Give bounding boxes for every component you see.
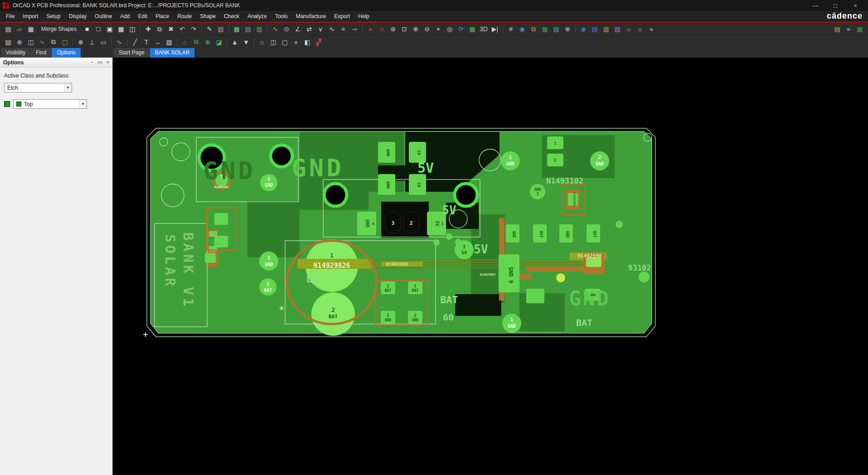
shape-copy-icon[interactable]: ⧉ — [191, 37, 202, 48]
measure-ruler-icon[interactable]: ▭ — [98, 37, 109, 48]
cross-section-icon[interactable]: ▦ — [231, 24, 242, 34]
canvas-3d-icon[interactable]: ▦ — [539, 24, 550, 34]
waveform-view-icon[interactable]: ∿ — [37, 37, 48, 48]
padstack-editor-icon[interactable]: # — [505, 24, 516, 34]
menu-export[interactable]: Export — [330, 12, 354, 21]
help-pane-icon[interactable]: ▤ — [832, 24, 843, 34]
zoom-previous-icon[interactable]: ◎ — [444, 24, 455, 34]
signal-probe-icon[interactable]: ∿ — [114, 37, 125, 48]
menu-import[interactable]: Import — [19, 12, 42, 21]
shape-polygon-icon[interactable]: ⌂ — [179, 37, 190, 48]
shape-half-icon[interactable]: ◧ — [302, 37, 313, 48]
color-dialog-icon[interactable]: ▧ — [612, 24, 623, 34]
shape-rect-select-icon[interactable]: ◫ — [127, 24, 138, 34]
clip-tool-icon[interactable]: ▧ — [164, 37, 175, 48]
menu-setup[interactable]: Setup — [42, 12, 64, 21]
move-tool-icon[interactable]: ✚ — [143, 24, 154, 34]
menu-route[interactable]: Route — [173, 12, 196, 21]
shadow-mode-icon[interactable]: ☼ — [623, 24, 634, 34]
save-design-icon[interactable]: ▦ — [25, 24, 36, 34]
net-schedule-icon[interactable]: ∿ — [326, 24, 337, 34]
raise-shape-icon[interactable]: ▲ — [229, 37, 240, 48]
artwork-films-icon[interactable]: ▥ — [601, 24, 611, 34]
view-3d-icon[interactable]: 3D — [478, 24, 489, 34]
panel-float-icon[interactable]: ▭ — [97, 59, 102, 65]
layer-flag-icon[interactable]: ▞ — [313, 37, 324, 48]
visibility-pane-icon[interactable]: ▤ — [3, 37, 14, 48]
panel-minimize-icon[interactable]: − — [91, 59, 93, 65]
panel-tab-find[interactable]: Find — [31, 48, 51, 58]
align-objects-icon[interactable]: ≡ — [338, 24, 349, 34]
menu-analyze[interactable]: Analyze — [243, 12, 271, 21]
zoom-in-icon[interactable]: ⊕ — [410, 24, 421, 34]
drc-browser-icon[interactable]: ▥ — [254, 24, 265, 34]
shape-round-rect-icon[interactable]: ▢ — [279, 37, 290, 48]
shape-visibility-icon[interactable]: ◉ — [578, 24, 589, 34]
menu-add[interactable]: Add — [116, 12, 134, 21]
panel-close-icon[interactable]: × — [107, 59, 109, 65]
redo-icon[interactable]: ↷ — [188, 24, 199, 34]
menu-file[interactable]: File — [2, 12, 19, 21]
start-page-icon[interactable]: ◉ — [517, 24, 528, 34]
copy-frame-icon[interactable]: ⧉ — [528, 24, 539, 34]
dim-mode-icon[interactable]: ☼ — [635, 24, 645, 34]
text-tool-icon[interactable]: T — [141, 37, 152, 48]
menu-tools[interactable]: Tools — [271, 12, 292, 21]
zoom-out-icon[interactable]: ⊖ — [422, 24, 432, 34]
menu-display[interactable]: Display — [65, 12, 91, 21]
probe-tool-icon[interactable]: ✎ — [204, 24, 215, 34]
frame-outline-icon[interactable]: ▢ — [59, 37, 70, 48]
panel-tab-visibility[interactable]: Visibility — [1, 48, 30, 58]
add-connect-icon[interactable]: ∿ — [270, 24, 281, 34]
swap-pins-icon[interactable]: ⊸ — [349, 24, 360, 34]
ratsnest-icon[interactable]: ∨ — [315, 24, 326, 34]
parameters-icon[interactable]: ⊛ — [562, 24, 573, 34]
drill-hole-icon[interactable]: ● — [365, 24, 376, 34]
zoom-coordinate-icon[interactable]: ⊕ — [75, 37, 86, 48]
menu-help[interactable]: Help — [354, 12, 373, 21]
shape-pentagon-icon[interactable]: ⌂ — [257, 37, 267, 48]
shape-circle-icon[interactable]: ⊕ — [202, 37, 213, 48]
new-drawing-icon[interactable]: ▤ — [3, 24, 14, 34]
dimension-tool-icon[interactable]: ↔ — [152, 37, 163, 48]
datum-tool-icon[interactable]: ⊥ — [87, 37, 97, 48]
shape-rect-edit-icon[interactable]: ▣ — [104, 24, 115, 34]
doc-tab-start-page[interactable]: Start Page — [114, 48, 150, 58]
constraint-manager-icon[interactable]: ▤ — [242, 24, 253, 34]
delay-tune-icon[interactable]: ∠ — [292, 24, 303, 34]
undo-icon[interactable]: ↶ — [177, 24, 188, 34]
zoom-fit-icon[interactable]: ⌖ — [433, 24, 444, 34]
maximize-window-button[interactable]: □ — [825, 0, 845, 11]
shape-rect-outline-icon[interactable]: □ — [93, 24, 104, 34]
shape-rect-void-icon[interactable]: ▩ — [116, 24, 126, 34]
menu-place[interactable]: Place — [151, 12, 173, 21]
line-tool-icon[interactable]: ╱ — [130, 37, 141, 48]
overflow-end-icon[interactable]: » — [843, 24, 854, 34]
find-filter-icon[interactable]: ◫ — [25, 37, 36, 48]
chevron-down-icon[interactable]: ▼ — [79, 100, 87, 108]
shape-split-icon[interactable]: ◫ — [268, 37, 279, 48]
zoom-points-icon[interactable]: ⊚ — [388, 24, 398, 34]
pcb-design-canvas[interactable]: GNDGND5V5V5VN1493102N14929826N14933826N1… — [113, 58, 868, 475]
close-window-button[interactable]: × — [845, 0, 865, 11]
menu-manufacture[interactable]: Manufacture — [292, 12, 330, 21]
menu-edit[interactable]: Edit — [134, 12, 151, 21]
open-design-icon[interactable]: ▱ — [14, 24, 25, 34]
copy-tool-icon[interactable]: ⧉ — [154, 24, 165, 34]
menu-shape[interactable]: Shape — [196, 12, 220, 21]
subclass-dropdown[interactable]: Top ▼ — [13, 99, 87, 109]
minimize-window-button[interactable]: — — [805, 0, 825, 11]
fillet-disabled-icon[interactable]: ▨ — [215, 24, 226, 34]
auto-interactive-icon[interactable]: ⇄ — [304, 24, 315, 34]
redraw-icon[interactable]: ⟳ — [456, 24, 466, 34]
board-outline-tool-icon[interactable]: ▦ — [854, 24, 865, 34]
panel-tab-options[interactable]: Options — [52, 48, 80, 58]
options-pane-icon[interactable]: ⊛ — [14, 37, 25, 48]
doc-tab-bank-solar[interactable]: BANK SOLAR — [150, 48, 195, 58]
overflow-more-icon[interactable]: » — [646, 24, 657, 34]
zoom-window-icon[interactable]: ⊡ — [399, 24, 410, 34]
chevron-down-icon[interactable]: ▼ — [64, 83, 72, 92]
drill-table-icon[interactable]: ◉ — [376, 24, 387, 34]
shape-dark-circle-icon[interactable]: ● — [291, 37, 301, 48]
class-dropdown[interactable]: Etch ▼ — [4, 83, 72, 92]
